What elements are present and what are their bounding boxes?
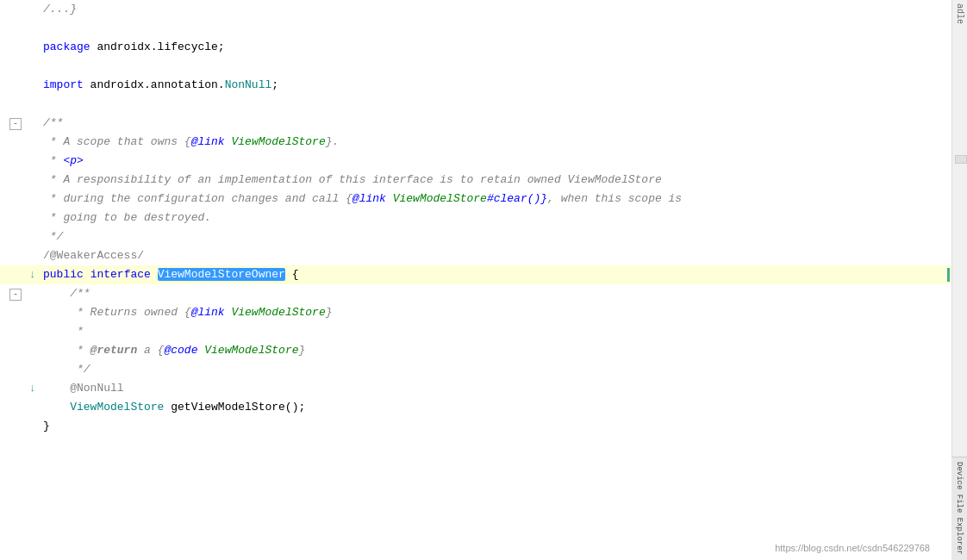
line-content-16: /** [40, 284, 951, 303]
panel-tab-top[interactable] [955, 155, 967, 164]
line-marker [947, 268, 950, 282]
code-line-10: * A responsibility of an implementation … [0, 171, 951, 190]
line-content-15: public interface ViewModelStoreOwner { [40, 265, 951, 284]
token: @link [191, 306, 225, 319]
token: ViewModelStore [43, 401, 164, 414]
token [84, 268, 90, 281]
line-content-21: @NonNull [40, 379, 951, 398]
token: * during the configuration changes and c… [43, 192, 352, 205]
right-sidebar: adle 实 Device File Explorer [951, 0, 967, 560]
token: @NonNull [43, 382, 124, 395]
token: * Returns owned { [43, 306, 191, 319]
code-line-5: import androidx.annotation.NonNull; [0, 76, 951, 95]
line-content-10: * A responsibility of an implementation … [40, 171, 951, 190]
token: ViewModelStore [231, 306, 325, 319]
token: /...} [43, 3, 77, 16]
token: @code [164, 344, 197, 357]
token-of: of [178, 173, 191, 186]
line-content-6 [40, 95, 951, 114]
code-line-20: */ [0, 360, 951, 379]
token: owns { [144, 135, 191, 148]
token: ViewModelStore [231, 135, 325, 148]
code-line-14: /@WeakerAccess/ [0, 246, 951, 265]
token: #clear()} [487, 192, 547, 205]
token: * A responsibility [43, 173, 178, 186]
code-line-9: * <p> [0, 152, 951, 171]
token: @link [352, 192, 386, 205]
token: androidx.lifecycle; [90, 40, 225, 53]
token: * [43, 344, 90, 357]
token: /** [43, 287, 90, 300]
line-content-7: /** [40, 114, 951, 133]
token: @return [90, 344, 138, 357]
token-classname: ViewModelStoreOwner [158, 268, 285, 281]
token: @link [191, 135, 225, 148]
line-content-17: * Returns owned {@link ViewModelStore} [40, 303, 951, 322]
line-content-4 [40, 57, 951, 76]
code-line-17: * Returns owned {@link ViewModelStore} [0, 303, 951, 322]
line-content-3: package androidx.lifecycle; [40, 38, 951, 57]
fold-icon-16[interactable]: - [9, 289, 22, 301]
line-content-18: * [40, 322, 951, 341]
token: an implementation of this interface is t… [191, 173, 662, 186]
code-line-11: * during the configuration changes and c… [0, 190, 951, 208]
editor-area: /...} package androidx.lifecycle; [0, 0, 951, 560]
line-content-22: ViewModelStore getViewModelStore(); [40, 398, 951, 417]
token: ; [271, 78, 278, 91]
line-content-2 [40, 19, 951, 38]
line-content-5: import androidx.annotation.NonNull; [40, 76, 951, 95]
token: androidx.annotation. [84, 78, 225, 91]
token: ViewModelStore [204, 344, 298, 357]
token: getViewModelStore(); [164, 401, 305, 414]
code-line-3: package androidx.lifecycle; [0, 38, 951, 57]
code-line-19: * @return a {@code ViewModelStore} [0, 341, 951, 360]
token: }. [326, 135, 340, 148]
line-content-13: */ [40, 227, 951, 246]
token: /** [43, 116, 63, 129]
code-line-21: ↓ @NonNull [0, 379, 951, 398]
token: NonNull [225, 78, 272, 91]
code-container[interactable]: /...} package androidx.lifecycle; [0, 0, 951, 560]
code-line-7: - /** [0, 114, 951, 133]
line-content-9: * <p> [40, 152, 951, 171]
token: import [43, 78, 84, 91]
token: a { [137, 344, 164, 357]
line-content-23: } [40, 417, 951, 436]
code-line-13: */ [0, 227, 951, 246]
token-that: that [117, 135, 144, 148]
code-line-15: ↓ public interface ViewModelStoreOwner { [0, 265, 951, 284]
token: { [285, 268, 299, 281]
token: * [43, 325, 84, 338]
fold-icon-7[interactable]: - [9, 118, 22, 130]
code-line-16: - /** [0, 284, 951, 303]
token: } [326, 306, 333, 319]
code-lines: /...} package androidx.lifecycle; [0, 0, 951, 436]
line-icon-15: ↓ [26, 265, 40, 284]
line-icon-21: ↓ [26, 379, 40, 398]
token: /@WeakerAccess/ [43, 249, 144, 262]
code-line-22: ViewModelStore getViewModelStore(); [0, 398, 951, 417]
code-line-12: * going to be destroyed. [0, 208, 951, 227]
token: <p> [63, 154, 83, 167]
token: package [43, 40, 90, 53]
line-content-19: * @return a {@code ViewModelStore} [40, 341, 951, 360]
token: ViewModelStore [393, 192, 487, 205]
fold-gutter-7[interactable]: - [7, 118, 26, 130]
line-content-11: * during the configuration changes and c… [40, 190, 951, 208]
code-line-1: /...} [0, 0, 951, 19]
token: * going to be destroyed. [43, 211, 211, 224]
line-content-12: * going to be destroyed. [40, 208, 951, 227]
line-content-14: /@WeakerAccess/ [40, 246, 951, 265]
line-content-1: /...} [40, 0, 951, 19]
token [386, 192, 393, 205]
code-line-8: * A scope that owns {@link ViewModelStor… [0, 133, 951, 152]
code-line-18: * [0, 322, 951, 341]
code-line-23: } [0, 417, 951, 436]
token: * [43, 154, 63, 167]
token: , when this scope is [547, 192, 682, 205]
code-line-2 [0, 19, 951, 38]
fold-gutter-16[interactable]: - [7, 289, 26, 301]
device-file-explorer-tab[interactable]: Device File Explorer [951, 457, 967, 560]
code-line-6 [0, 95, 951, 114]
token: interface [90, 268, 151, 281]
